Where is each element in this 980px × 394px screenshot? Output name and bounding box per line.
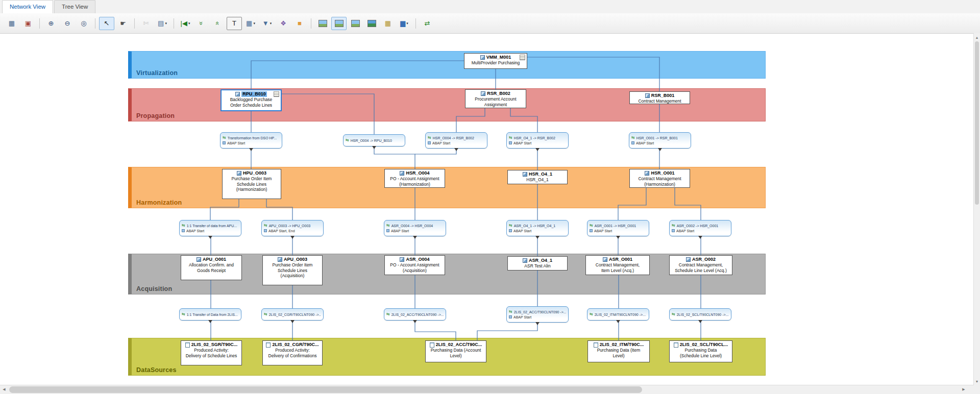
pin-icon[interactable]: ▣ (20, 17, 36, 30)
transformation-subtitle: ABAP Start (513, 141, 531, 145)
refresh-icon[interactable]: ⇄ (420, 17, 435, 30)
vertical-scrollbar[interactable]: ▲ ▼ (973, 33, 980, 385)
transformation-title-row: ⇆2LIS_02_ACC/T90CLNT090 ->... (386, 312, 444, 317)
package-icon[interactable]: ❖ (276, 17, 291, 30)
horizontal-scrollbar[interactable]: ◀ ▶ (0, 385, 974, 394)
node-title-row: RSR_B002 (481, 91, 510, 96)
node-title-row: APU_O003 (278, 257, 307, 262)
node-hsr-o004[interactable]: HSR_O004PO - Account Assignment(Harmoniz… (384, 169, 445, 188)
scroll-up-icon[interactable]: ▲ (973, 33, 980, 41)
transformation-icon: ⇆ (386, 312, 390, 316)
package-icon-glyph: ❖ (280, 20, 286, 27)
node-apu-o003[interactable]: APU_O003Purchase Order ItemSchedule Line… (262, 255, 323, 285)
node-title-text: RSR_B001 (651, 93, 675, 98)
zoom-out-icon[interactable]: ⊖ (60, 17, 75, 30)
node-apu-o001[interactable]: APU_O001Allocation Confirm. andGoods Rec… (181, 255, 242, 280)
transformation-tr-asr-o001-hsr-o001[interactable]: ⇆ASR_O001 -> HSR_O001ABAP Start (587, 220, 649, 236)
tab-network-view[interactable]: Network View (2, 0, 53, 13)
scroll-down-icon[interactable]: ▼ (973, 377, 980, 385)
image-landscape-3-icon-image (351, 20, 360, 27)
insert-node-icon[interactable]: ▤▾ (155, 17, 170, 30)
transformation-tr-asr-o004-hsr-o004[interactable]: ⇆ASR_O004 -> HSR_O004ABAP Start (384, 220, 446, 236)
zoom-in-icon[interactable]: ⊕ (43, 17, 59, 30)
node-asr-o004[interactable]: ASR_O004PO - Account Assignment(Acquisit… (384, 255, 445, 275)
zoom-100-icon-glyph: ◎ (81, 20, 86, 27)
node-rsr-b002[interactable]: RSR_B002Procurement AccountAssignment (465, 89, 526, 108)
transformation-tr-dso-hp[interactable]: ⇆Transformation from DSO HP...ABAP Start (220, 132, 282, 149)
node-hpu-o003[interactable]: HPU_O003Purchase Order ItemSchedule Line… (222, 169, 281, 199)
node-title-text: ASR_O4_1 (529, 258, 552, 263)
image-landscape-3-icon[interactable] (348, 17, 363, 30)
image-landscape-2-icon[interactable] (331, 17, 347, 30)
node-description-line: Delivery of Confirmations (268, 353, 317, 359)
node-hsr-o4-1[interactable]: HSR_O4_1HSR_O4_1 (507, 170, 568, 184)
transformation-tr-apu-transfer[interactable]: ⇆1:1 Transfer of data from APU...ABAP St… (179, 220, 241, 236)
node-ds-2lis-02-cgr[interactable]: 2LIS_02_CGR/T90C...Produced Activity:Del… (262, 340, 323, 365)
node-rpu-b010[interactable]: RPU_B010Backlogged PurchaseOrder Schedul… (220, 89, 282, 111)
node-description-line: (Harmonization) (399, 182, 430, 187)
scroll-right-icon[interactable]: ▶ (960, 385, 968, 393)
text-tool-icon[interactable]: T (227, 17, 242, 30)
image-globe-icon[interactable] (364, 17, 379, 30)
collapse-all-icon[interactable]: « (210, 17, 226, 30)
select-pointer-icon[interactable]: ↖ (99, 17, 114, 30)
node-ds-2lis-02-scl[interactable]: 2LIS_02_SCL/T90CL...Purchasing Data(Sche… (669, 340, 732, 362)
transformation-tr-2lis-acc-1[interactable]: ⇆2LIS_02_ACC/T90CLNT090 ->... (384, 308, 446, 321)
transformation-icon: ⇆ (428, 136, 431, 140)
transformation-subtitle: ABAP Start (186, 229, 204, 233)
node-description-line: Order Schedule Lines (230, 103, 272, 108)
transformation-tr-2lis-cgr[interactable]: ⇆2LIS_02_CGR/T90CLNT090 ->... (261, 308, 324, 321)
table-view-icon[interactable]: ▦▾ (243, 17, 258, 30)
node-vmm-m001[interactable]: VMM_M001MultiProvider Purchasing (464, 53, 527, 69)
node-title-row: 2LIS_02_CGR/T90C... (266, 342, 318, 348)
transformation-icon: ⇆ (182, 312, 185, 316)
transformation-tr-2lis-scl[interactable]: ⇆2LIS_02_SCL/T90CLNT090 ->... (669, 308, 731, 321)
image-landscape-icon[interactable] (315, 17, 330, 30)
node-rsr-b001[interactable]: RSR_B001Contract Management (629, 91, 690, 104)
node-ds-2lis-02-acc[interactable]: 2LIS_02_ACC/T90C...Purchasing Data (Acco… (425, 340, 486, 362)
transformation-icon: ⇆ (264, 312, 267, 316)
scroll-left-icon[interactable]: ◀ (0, 385, 8, 393)
transformation-tr-2lis-acc-2[interactable]: ⇆2LIS_02_ACC/T90CLNT090 ->...ABAP Start (506, 306, 569, 323)
transformation-tr-hsr-o4-1-rsr-b002[interactable]: ⇆HSR_O4_1 -> RSR_B002ABAP Start (506, 132, 569, 149)
transformation-tr-hsr-o004-rsr-b002[interactable]: ⇆HSR_O004 -> RSR_B002ABAP Start (425, 132, 487, 149)
go-to-start-icon[interactable]: |◀▾ (178, 17, 193, 30)
transformation-tr-asr-o002-hsr-o001[interactable]: ⇆ASR_O002 -> HSR_O001ABAP Start (669, 220, 731, 236)
node-hsr-o001[interactable]: HSR_O001Contract Management(Harmonizatio… (629, 169, 690, 188)
transformation-tr-2lis-itm[interactable]: ⇆2LIS_02_ITM/T90CLNT090 ->... (587, 308, 649, 321)
node-description-line: (Harmonization) (236, 187, 267, 192)
zoom-100-icon[interactable]: ◎ (76, 17, 91, 30)
pan-hand-icon[interactable]: ☛ (115, 17, 131, 30)
node-asr-o001[interactable]: ASR_O001Contract Management,Item Level (… (585, 255, 650, 275)
transformation-tr-apu-o003-hpu-o003[interactable]: ⇆APU_O003 -> HPU_O003ABAP Start, End (261, 220, 324, 236)
horizontal-scrollbar-thumb[interactable] (9, 386, 642, 393)
expand-all-icon[interactable]: » (194, 17, 209, 30)
data-flow-line (415, 321, 456, 340)
chart-icon[interactable]: ▆▾ (397, 17, 412, 30)
transformation-tr-hsr-o001-rsr-b001[interactable]: ⇆HSR_O001 -> RSR_B001ABAP Start (629, 132, 691, 149)
overview-grid-icon[interactable]: ▦ (4, 17, 19, 30)
node-asr-o4-1[interactable]: ASR_O4_1ASR Test Alin (507, 256, 568, 270)
node-title-text: APU_O001 (203, 257, 226, 262)
grid-yellow-icon[interactable]: ▦ (380, 17, 396, 30)
transformation-tr-hsr-o004-rpu-b010[interactable]: ⇆HSR_O004 -> RPU_B010 (343, 134, 405, 146)
legend-icon[interactable]: ■ (292, 17, 307, 30)
cut-icon[interactable]: ✄ (138, 17, 154, 30)
transformation-tr-asr-o4-1-hsr-o4-1[interactable]: ⇆ASR_O4_1 -> HSR_O4_1ABAP Start (506, 220, 569, 236)
transformation-title: HSR_O004 -> RSR_B002 (433, 136, 474, 140)
node-ds-2lis-02-itm[interactable]: 2LIS_02_ITM/T90C...Purchasing Data (Item… (587, 340, 650, 362)
filter-icon[interactable]: ▼▾ (259, 17, 275, 30)
node-title-text: 2LIS_02_ACC/T90C... (436, 342, 482, 348)
vertical-scrollbar-thumb[interactable] (975, 41, 979, 205)
node-ds-2lis-02-sgr[interactable]: 2LIS_02_SGR/T90C...Produced Activity:Del… (181, 340, 242, 365)
transformation-tr-2lis-transfer[interactable]: ⇆1:1 Transfer of Data from 2LIS... (179, 308, 241, 321)
node-description-line: (Schedule Line Level) (680, 353, 722, 359)
transformation-subtitle-row: ABAP Start (631, 141, 689, 145)
transformation-subtitle-row: ABAP Start (509, 141, 566, 145)
node-description-line: (Harmonization) (644, 182, 675, 187)
image-globe-icon-image (368, 20, 376, 27)
infoprovider-icon (235, 92, 240, 96)
node-asr-o002[interactable]: ASR_O002Contract Management,Schedule Lin… (669, 255, 732, 275)
tab-tree-view[interactable]: Tree View (54, 0, 95, 13)
dropdown-caret-icon: ▾ (406, 21, 408, 26)
